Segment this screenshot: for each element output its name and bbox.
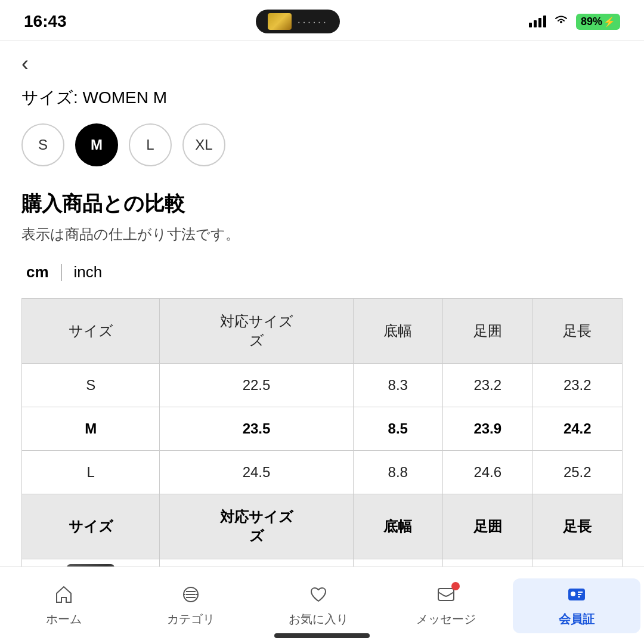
- col-soko: 底幅: [353, 299, 442, 364]
- cell-taiou-m: 23.5: [160, 407, 353, 451]
- cell-size-s: S: [22, 364, 160, 407]
- col-ashimawari: 足囲: [443, 299, 532, 364]
- size-option-s[interactable]: S: [21, 123, 64, 166]
- section-subtitle: 表示は商品の仕上がり寸法です。: [21, 225, 623, 244]
- comp-col-soko: 底幅: [353, 494, 442, 559]
- battery-indicator: 89% ⚡: [576, 14, 620, 30]
- nav-membership[interactable]: 会員証: [513, 578, 640, 633]
- nav-favorites[interactable]: お気に入り: [255, 578, 382, 633]
- size-label: サイズ: WOMEN M: [21, 86, 623, 109]
- cell-ashimawari-l: 24.6: [443, 451, 532, 494]
- membership-icon: [566, 584, 587, 608]
- nav-home-label: ホーム: [46, 611, 82, 627]
- back-arrow-icon: ‹: [21, 51, 29, 76]
- table-row: L 24.5 8.8 24.6 25.2: [22, 451, 623, 494]
- cell-size-l: L: [22, 451, 160, 494]
- wifi-icon: [553, 14, 569, 29]
- col-taiou: 対応サイズズ: [160, 299, 353, 364]
- size-option-m[interactable]: M: [75, 123, 118, 166]
- battery-icon: ⚡: [603, 16, 615, 27]
- cell-ashimawari-s: 23.2: [443, 364, 532, 407]
- unit-divider: [61, 264, 62, 281]
- comp-col-size: サイズ: [22, 494, 160, 559]
- cell-ashinage-l: 25.2: [532, 451, 623, 494]
- svg-point-8: [571, 592, 575, 596]
- home-icon: [54, 584, 74, 608]
- unit-cm-button[interactable]: cm: [21, 261, 54, 284]
- unit-inch-button[interactable]: inch: [69, 261, 107, 284]
- main-content: サイズ: WOMEN M S M L XL 購入商品との比較 表示は商品の仕上が…: [0, 86, 644, 644]
- size-options: S M L XL: [21, 123, 623, 166]
- cell-soko-m: 8.5: [353, 407, 442, 451]
- size-option-xl[interactable]: XL: [182, 123, 225, 166]
- status-thumbnail: [268, 13, 292, 30]
- comp-col-ashimawari: 足囲: [443, 494, 532, 559]
- status-bar: 16:43 ······ 89% ⚡: [0, 0, 644, 36]
- comp-col-taiou: 対応サイズズ: [160, 494, 353, 559]
- nav-category[interactable]: カテゴリ: [128, 578, 255, 633]
- status-dots: ······: [298, 15, 328, 29]
- table-row: M 23.5 8.5 23.9 24.2: [22, 407, 623, 451]
- unit-toggle: cm inch: [21, 261, 623, 284]
- section-title: 購入商品との比較: [21, 190, 623, 218]
- favorites-icon: [308, 584, 329, 608]
- cell-taiou-l: 24.5: [160, 451, 353, 494]
- col-size: サイズ: [22, 299, 160, 364]
- nav-messages-label: メッセージ: [416, 611, 476, 627]
- status-right: 89% ⚡: [529, 14, 620, 30]
- bottom-nav: ホーム カテゴリ お気に入り: [0, 566, 644, 644]
- table-row: S 22.5 8.3 23.2 23.2: [22, 364, 623, 407]
- nav-membership-label: 会員証: [559, 611, 595, 627]
- nav-favorites-label: お気に入り: [289, 611, 348, 627]
- nav-home[interactable]: ホーム: [0, 578, 128, 633]
- cell-taiou-s: 22.5: [160, 364, 353, 407]
- message-badge-dot: [451, 582, 460, 590]
- cell-size-m: M: [22, 407, 160, 451]
- cell-ashinage-s: 23.2: [532, 364, 623, 407]
- table-header-row: サイズ 対応サイズズ 底幅 足囲 足長: [22, 299, 623, 364]
- comp-col-ashinage: 足長: [532, 494, 623, 559]
- col-ashinage: 足長: [532, 299, 623, 364]
- status-time: 16:43: [24, 12, 67, 31]
- back-button[interactable]: ‹: [0, 41, 644, 86]
- cell-ashinage-m: 24.2: [532, 407, 623, 451]
- signal-icon: [529, 16, 546, 27]
- home-indicator: [274, 633, 370, 638]
- size-option-l[interactable]: L: [129, 123, 172, 166]
- status-center: ······: [256, 10, 340, 33]
- nav-category-label: カテゴリ: [167, 611, 215, 627]
- svg-rect-6: [438, 589, 454, 600]
- category-icon: [181, 584, 201, 608]
- nav-messages[interactable]: メッセージ: [382, 578, 510, 633]
- cell-soko-s: 8.3: [353, 364, 442, 407]
- cell-soko-l: 8.8: [353, 451, 442, 494]
- messages-icon: [436, 584, 456, 608]
- cell-ashimawari-m: 23.9: [443, 407, 532, 451]
- comparison-header-row: サイズ 対応サイズズ 底幅 足囲 足長: [22, 494, 623, 559]
